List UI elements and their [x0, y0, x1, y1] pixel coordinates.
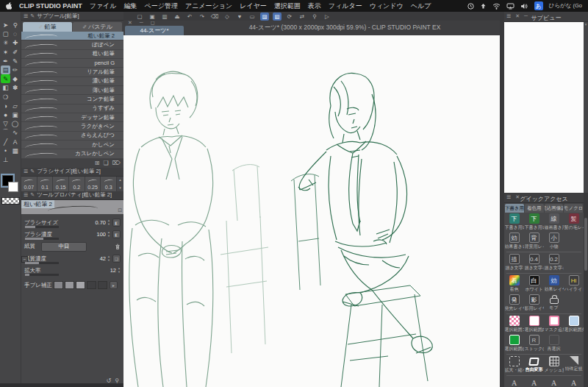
deselect-icon[interactable]: ◇	[223, 13, 232, 21]
qa-item[interactable]: マスク追加	[544, 315, 564, 334]
panel-menu-icon[interactable]: ☰	[24, 168, 28, 174]
texture-delete-icon[interactable]	[115, 244, 121, 250]
gradient-tool[interactable]: ●	[1, 110, 10, 119]
pencil-tool[interactable]: ▤	[1, 65, 10, 74]
menubar-item[interactable]: 表示	[308, 1, 321, 11]
flip-view-icon[interactable]: ⇄	[298, 13, 306, 21]
background-color-swatch[interactable]	[8, 182, 18, 192]
qa-item[interactable]: 0.4描き文字-線0	[524, 253, 544, 272]
brush-density-value[interactable]: 100▲▼	[97, 231, 110, 238]
brush-size-value[interactable]: 0.70▲▼	[95, 219, 110, 226]
scroll-down-icon[interactable]: ▼	[118, 186, 121, 190]
scrollbar-thumb[interactable]	[584, 218, 587, 271]
zoom-view-icon[interactable]: ⚲	[310, 13, 319, 21]
qa-item[interactable]: 再選択	[544, 334, 564, 353]
eyedropper-tool[interactable]: ✐	[10, 48, 20, 57]
texture-dropdown[interactable]: 中目	[41, 242, 87, 252]
quick-access-tab[interactable]: 着色用	[525, 204, 544, 213]
brush-size-preset[interactable]: 0.1	[37, 177, 54, 191]
stepper-icon[interactable]: ▲▼	[118, 267, 121, 274]
qa-item[interactable]: 選択範囲外	[564, 315, 584, 334]
brush-size-preset[interactable]: 0.07	[21, 177, 37, 191]
menubar-item[interactable]: 選択範囲	[274, 1, 301, 11]
texture-density-dynamics-button[interactable]: ❏	[112, 255, 121, 263]
qa-item[interactable]: メッシュ変形	[544, 355, 564, 374]
brush-list-item[interactable]: pencil G	[21, 59, 123, 68]
brush-list-item[interactable]: デッサン鉛筆	[21, 113, 123, 122]
redo-icon[interactable]: ↷	[198, 13, 207, 21]
save-icon[interactable]: ▥	[160, 13, 169, 21]
menubar-app-name[interactable]: CLIP STUDIO PAINT	[19, 2, 82, 10]
brush-list-item[interactable]: 粗い鉛筆 2	[21, 32, 123, 40]
brush-list-item[interactable]: 薄い鉛筆	[21, 86, 123, 95]
balloon-tool[interactable]: ❍	[1, 93, 10, 102]
menubar-item[interactable]: ファイル	[90, 1, 117, 11]
qa-item[interactable]: 下下書き用レイ	[524, 213, 544, 232]
decoration-tool[interactable]: ◑	[1, 102, 10, 110]
brush-list-item[interactable]: カスレかしペン	[21, 149, 123, 158]
qa-item[interactable]: A本文-明-12pt	[544, 377, 564, 387]
snap-ruler-icon[interactable]: ▨	[260, 13, 269, 21]
brush-size-dynamics-button[interactable]: ◧	[112, 219, 121, 227]
frame-border-tool[interactable]: ▣	[10, 110, 20, 119]
menubar-item[interactable]: ページ管理	[145, 1, 178, 11]
effect-tool[interactable]: ✶	[1, 48, 10, 57]
ime-indicator-icon[interactable]: あ	[534, 1, 543, 10]
stabilization-level-4[interactable]	[87, 281, 96, 289]
preset-scrollbar[interactable]: ▲▼	[117, 177, 123, 191]
brush-size-preset[interactable]: 0.2	[69, 177, 85, 191]
new-file-icon[interactable]: ▢	[135, 13, 144, 21]
quick-access-tab[interactable]: 下書き用	[505, 204, 524, 213]
export-icon[interactable]: ⏏	[173, 13, 182, 21]
qa-item[interactable]: 描描き文字	[504, 253, 524, 272]
qa-item[interactable]: 効効果書きレイ	[504, 232, 524, 251]
qa-item[interactable]: 背背景用レイヤ	[524, 232, 544, 251]
apple-menu-icon[interactable]	[6, 2, 12, 10]
wave-tool[interactable]: ∿	[10, 128, 20, 137]
stabilization-expand-button[interactable]: ▸	[110, 281, 118, 289]
qa-item[interactable]: 選択範囲(緑	[504, 334, 524, 353]
qa-item[interactable]: 髪髪の毛レイヤ	[564, 213, 584, 232]
brush-size-preset[interactable]: 0.15	[53, 177, 69, 191]
brush-list-item[interactable]: さらえんぴつ	[21, 132, 123, 141]
brush-size-preset[interactable]: 0.25	[85, 177, 101, 191]
panel-menu-icon[interactable]: ☰	[24, 192, 28, 198]
brush-density-dynamics-button[interactable]: ◧	[112, 230, 121, 238]
subtool-panel-header[interactable]: ☰ ✎ サブツール[鉛筆]	[21, 12, 123, 21]
scroll-up-icon[interactable]: ▲	[118, 178, 121, 182]
qa-item[interactable]: モブ	[544, 294, 564, 313]
qa-item[interactable]: 下下書き用レイ	[504, 213, 524, 232]
qa-item[interactable]: 白ホワイト	[524, 274, 544, 294]
brush-list-item[interactable]: ぽぽペン	[21, 40, 123, 49]
menubar-item[interactable]: フィルター	[329, 1, 362, 11]
ruler-tool[interactable]: ⊥	[1, 155, 10, 164]
snap-special-ruler-icon[interactable]: ▧	[273, 13, 282, 21]
zoom-ratio-value[interactable]: 12▲▼	[110, 267, 121, 274]
undo-icon[interactable]: ↶	[185, 13, 194, 21]
qa-item[interactable]: A本文-明-8pt	[504, 377, 524, 387]
qa-item[interactable]: 選択範囲内	[524, 315, 544, 334]
qa-item[interactable]: 線線画書き用レ	[544, 213, 564, 232]
brush-list-item[interactable]: リアル鉛筆	[21, 68, 123, 77]
tab-pencil[interactable]: ✐鉛筆	[23, 22, 72, 32]
brush-list-item[interactable]: うすずみ	[21, 104, 123, 113]
brush-size-panel-header[interactable]: ☰ ✎ ブラシサイズ[粗い鉛筆 2]	[21, 168, 123, 177]
ellipse-tool[interactable]: ◯	[10, 119, 20, 128]
stepper-icon[interactable]: ▲▼	[107, 231, 110, 238]
menubar-item[interactable]: アニメーション	[185, 1, 232, 11]
brush-list-item[interactable]: 粗い鉛筆	[21, 50, 123, 59]
qa-item[interactable]: 発発光レイヤー	[504, 294, 524, 313]
brush-list-item[interactable]: かしペン	[21, 141, 123, 149]
qa-item[interactable]: 自由変形	[524, 355, 544, 374]
lasso-select-tool[interactable]: ◌	[10, 29, 20, 38]
rect-select-icon[interactable]: ▭	[248, 13, 257, 21]
brush-tool[interactable]: ✏	[10, 65, 20, 74]
menubar-item[interactable]: 編集	[124, 1, 137, 11]
quick-access-scrollbar[interactable]	[584, 193, 588, 387]
stabilization-level-2[interactable]	[65, 281, 74, 289]
stepper-icon[interactable]: ▲▼	[107, 219, 110, 226]
pointer-icon[interactable]: ▷	[323, 13, 331, 21]
qa-item[interactable]: A本文-明-13pt	[564, 377, 584, 387]
dot-tool[interactable]: •	[1, 146, 10, 155]
brush-list-item[interactable]: ラクがきペン	[21, 122, 123, 131]
